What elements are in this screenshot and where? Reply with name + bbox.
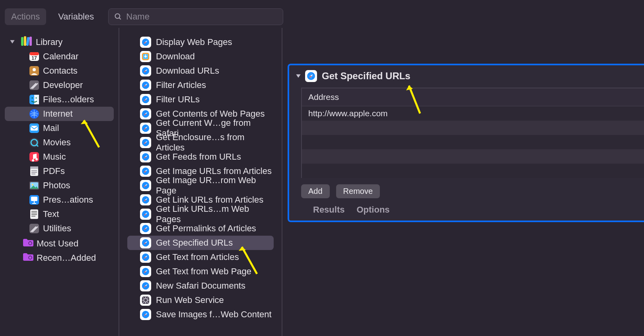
safari-icon [140,94,151,105]
svg-rect-24 [31,170,37,171]
action-item[interactable]: Download [127,49,274,64]
action-item[interactable]: Save Images f…Web Content [127,307,274,322]
sidebar-item-music[interactable]: Music [5,150,114,164]
mail-icon [29,123,40,134]
url-row[interactable] [302,135,644,149]
svg-rect-38 [31,216,35,217]
action-item[interactable]: Get Enclosure…s from Articles [127,135,274,150]
workflow-canvas[interactable]: Get Specified URLs Address http://www.ap… [282,28,644,336]
pdf-icon [29,166,40,177]
svg-rect-13 [34,95,39,104]
tab-results[interactable]: Results [313,205,344,215]
sidebar-item-mail[interactable]: Mail [5,121,114,135]
smart-folder-label: Most Used [37,238,78,249]
sidebar-item-photos[interactable]: Photos [5,178,114,193]
sidebar-item-label: Files…olders [43,94,94,105]
svg-rect-7 [29,52,39,55]
sidebar-item-label: Music [43,152,66,162]
sidebar-item-text[interactable]: Text [5,207,114,221]
action-item[interactable]: Get Link URLs…m Web Pages [127,207,274,221]
action-item[interactable]: Filter Articles [127,78,274,92]
action-label: Get Text from Web Page [156,266,251,277]
safari-icon [140,51,151,62]
svg-line-1 [119,18,121,19]
smart-folder-recen-added[interactable]: Recen…Added [5,251,114,265]
sidebar-item-label: Internet [43,109,73,119]
card-tabs: Results Options [289,201,644,221]
library-root[interactable]: Library [5,35,114,49]
action-item[interactable]: Get Specified URLs [127,236,274,250]
sidebar-item-label: Utilities [43,223,71,234]
safari-icon [140,108,151,119]
quicktime-icon [29,137,40,148]
sidebar-item-internet[interactable]: Internet [5,107,114,121]
action-item[interactable]: Get Text from Articles [127,250,274,264]
search-icon [114,13,122,21]
sidebar-item-pres-ations[interactable]: Pres…ations [5,193,114,207]
safari-icon [140,252,151,263]
svg-rect-33 [32,203,36,204]
photos-icon [29,180,40,191]
url-row[interactable]: http://www.apple.com [302,106,644,121]
search-input[interactable] [126,12,277,22]
svg-line-67 [143,298,144,299]
action-item[interactable]: Display Web Pages [127,35,274,49]
svg-line-69 [148,298,148,299]
add-button[interactable]: Add [301,184,330,198]
search-field[interactable] [108,8,283,25]
url-row[interactable] [302,121,644,135]
safari-icon [140,266,151,277]
sidebar-item-movies[interactable]: Movies [5,135,114,150]
actions-list: Display Web PagesDownloadDownload URLsFi… [119,28,282,336]
tab-options[interactable]: Options [356,205,389,215]
action-item[interactable]: Download URLs [127,64,274,78]
sidebar-item-developer[interactable]: Developer [5,78,114,92]
svg-point-15 [36,98,37,99]
sidebar-item-label: Photos [43,180,70,191]
tab-variables[interactable]: Variables [52,8,100,25]
smart-folder-most-used[interactable]: Most Used [5,236,114,251]
action-item[interactable]: Run Web Service [127,293,274,307]
sidebar-item-contacts[interactable]: Contacts [5,64,114,78]
sidebar-item-label: Contacts [43,66,78,76]
safari-icon [140,223,151,234]
sidebar-item-calendar[interactable]: 17Calendar [5,49,114,64]
svg-rect-25 [31,172,37,173]
keynote-icon [29,194,40,205]
tab-actions[interactable]: Actions [5,8,46,25]
finder-icon [29,94,40,105]
action-label: New Safari Documents [156,281,245,291]
svg-point-0 [115,14,120,18]
action-item[interactable]: Get Text from Web Page [127,264,274,279]
svg-point-29 [32,184,33,186]
action-item[interactable]: New Safari Documents [127,279,274,293]
sidebar-item-pdfs[interactable]: PDFs [5,164,114,178]
tools-icon [29,223,40,234]
svg-rect-3 [24,36,26,46]
action-item[interactable]: Filter URLs [127,92,274,107]
music-icon [29,151,40,162]
svg-rect-35 [31,211,37,212]
sidebar-item-files-olders[interactable]: Files…olders [5,92,114,107]
sidebar-item-utilities[interactable]: Utilities [5,221,114,236]
url-row[interactable] [302,149,644,164]
action-item[interactable]: Get Image UR…rom Web Page [127,178,274,193]
sidebar-item-label: Movies [43,137,71,148]
text-icon [29,209,40,220]
url-table: Address http://www.apple.com [301,88,644,178]
chevron-down-icon[interactable] [294,73,301,79]
sidebar-item-label: Mail [43,123,59,133]
svg-rect-5 [29,37,32,46]
card-title: Get Specified URLs [322,70,411,82]
safari-icon [140,194,151,205]
safari-icon [140,180,151,191]
action-item[interactable]: Get Permalinks of Articles [127,221,274,236]
action-label: Get Enclosure…s from Articles [156,132,274,153]
card-header: Get Specified URLs [289,66,644,86]
action-label: Run Web Service [156,295,224,305]
safari-icon [140,151,151,162]
remove-button[interactable]: Remove [336,184,380,198]
url-row[interactable] [302,164,644,178]
action-card-get-specified-urls[interactable]: Get Specified URLs Address http://www.ap… [288,64,644,222]
svg-point-14 [32,98,33,99]
